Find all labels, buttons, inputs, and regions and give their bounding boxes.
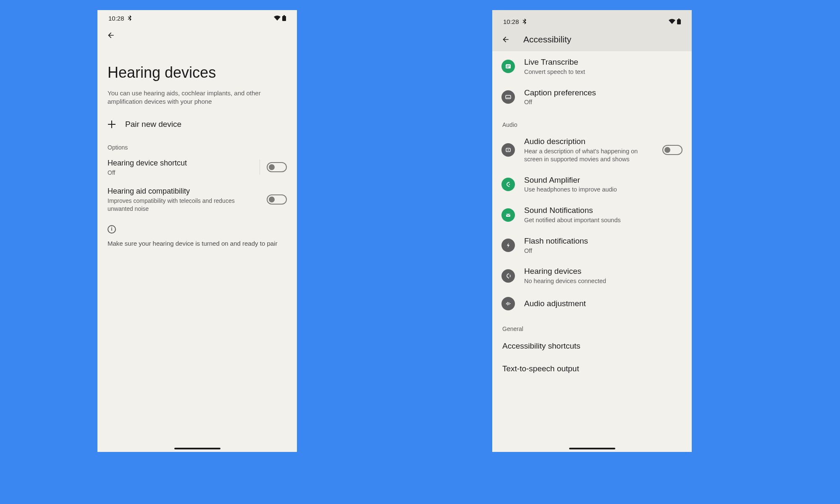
svg-rect-15 [507,302,508,305]
svg-rect-17 [510,303,511,304]
caption-icon [501,90,515,104]
battery-icon [677,18,681,24]
battery-icon [282,15,286,21]
audio-adjustment-title: Audio adjustment [524,299,682,309]
plus-icon [108,120,116,129]
live-transcribe-title: Live Transcribe [524,57,682,67]
hearing-devices-title: Hearing devices [524,266,682,276]
sound-amplifier-title: Sound Amplifier [524,175,682,185]
sound-notifications-row[interactable]: Sound Notifications Get notified about i… [492,200,692,230]
hearing-shortcut-title: Hearing device shortcut [108,158,253,168]
pair-new-device-row[interactable]: Pair new device [97,114,297,135]
sound-notifications-sub: Get notified about important sounds [524,216,682,224]
svg-point-12 [509,184,510,185]
live-transcribe-icon [501,60,515,73]
hearing-shortcut-row[interactable]: Hearing device shortcut Off [97,153,297,182]
caption-prefs-sub: Off [524,98,682,106]
svg-rect-1 [284,15,285,16]
svg-rect-8 [507,97,508,98]
svg-rect-9 [508,97,510,98]
svg-rect-14 [506,303,507,304]
page-subtitle: You can use hearing aids, cochlear impla… [105,89,289,114]
status-time: 10:28 [503,18,519,25]
audio-description-icon [501,143,515,157]
hearing-compat-toggle[interactable] [267,194,287,205]
general-caption: General [492,316,692,335]
sound-notifications-icon [501,208,515,222]
options-caption: Options [97,135,297,153]
sound-amplifier-row[interactable]: Sound Amplifier Use headphones to improv… [492,169,692,200]
phone-hearing-devices: 10:28 Hearing devices You can use hearin… [97,10,297,452]
pair-new-device-label: Pair new device [125,120,181,129]
tts-output-row[interactable]: Text-to-speech output [492,357,692,380]
flash-notifications-row[interactable]: Flash notifications Off [492,230,692,261]
accessibility-shortcuts-row[interactable]: Accessibility shortcuts [492,335,692,357]
phone-accessibility: 10:28 Accessibility [492,10,692,452]
divider [260,160,260,175]
audio-adjustment-icon [501,297,515,310]
svg-point-11 [508,149,509,150]
back-button[interactable] [500,34,512,45]
caption-prefs-row[interactable]: Caption preferences Off [492,82,692,113]
caption-prefs-title: Caption preferences [524,88,682,98]
page-title: Hearing devices [105,41,289,89]
hearing-compat-title: Hearing aid compatibility [108,186,260,196]
svg-rect-6 [507,67,509,68]
audio-description-toggle[interactable] [662,145,682,155]
wifi-icon [274,16,281,21]
audio-description-title: Audio description [524,136,650,147]
svg-rect-0 [282,16,286,21]
audio-description-row[interactable]: Audio description Hear a description of … [492,131,692,169]
status-bar: 10:28 [97,10,297,26]
sound-amplifier-sub: Use headphones to improve audio [524,186,682,194]
svg-rect-7 [506,95,511,99]
nav-bar-handle[interactable] [569,448,615,449]
wifi-icon [669,19,675,24]
flash-icon [501,239,515,252]
hearing-shortcut-sub: Off [108,169,253,176]
flash-notifications-sub: Off [524,247,682,255]
svg-rect-3 [678,18,680,19]
header-title: Accessibility [523,34,571,45]
hearing-devices-sub: No hearing devices connected [524,277,682,285]
live-transcribe-row[interactable]: Live Transcribe Convert speech to text [492,51,692,82]
hearing-compat-row[interactable]: Hearing aid compatibility Improves compa… [97,181,297,218]
bluetooth-icon [522,18,527,24]
hearing-compat-sub: Improves compatibility with telecoils an… [108,197,260,212]
back-button[interactable] [105,29,117,41]
svg-rect-16 [509,302,509,305]
nav-bar-handle[interactable] [174,448,220,449]
live-transcribe-sub: Convert speech to text [524,68,682,76]
svg-rect-2 [677,19,681,24]
status-bar: 10:28 [500,13,684,29]
svg-rect-5 [507,66,510,66]
audio-adjustment-row[interactable]: Audio adjustment [492,291,692,316]
hearing-shortcut-toggle[interactable] [267,162,287,172]
sound-notifications-title: Sound Notifications [524,205,682,215]
flash-notifications-title: Flash notifications [524,236,682,246]
svg-rect-4 [506,64,511,68]
sound-amplifier-icon [501,178,515,191]
hearing-devices-row[interactable]: Hearing devices No hearing devices conne… [492,260,692,291]
info-text: Make sure your hearing device is turned … [97,234,297,248]
status-time: 10:28 [108,15,124,22]
info-icon: i [108,225,116,234]
audio-caption: Audio [492,112,692,131]
bluetooth-icon [128,15,132,21]
hearing-icon [501,269,515,283]
audio-description-sub: Hear a description of what's happening o… [524,147,650,163]
